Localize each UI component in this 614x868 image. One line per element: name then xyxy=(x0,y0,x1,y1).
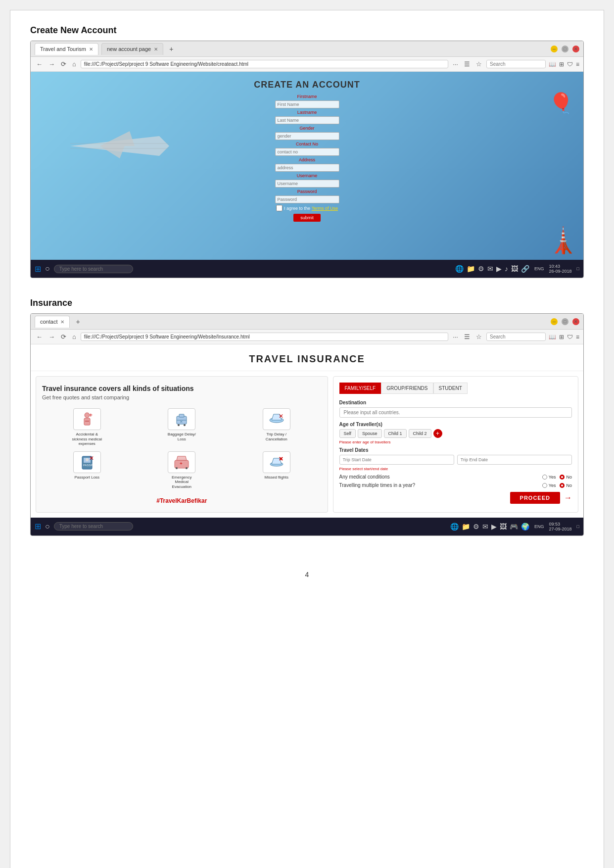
tab-group-friends[interactable]: GROUP/FRIENDS xyxy=(381,383,433,394)
baggage-icon-box: ✕ xyxy=(168,408,195,430)
taskbar-icon-edge[interactable]: 🌐 xyxy=(455,265,464,273)
browser-addressbar-2: ← → ⟳ ⌂ file:///C:/Project/Sep/project 9… xyxy=(31,330,583,344)
taskbar-icon-photo[interactable]: 🖼 xyxy=(511,265,518,273)
icon-shield[interactable]: 🛡 xyxy=(567,61,573,68)
taskbar-icon-media[interactable]: ▶ xyxy=(496,265,502,273)
address-input-2[interactable]: file:///C:/Project/Sep/project 9 Softwar… xyxy=(81,333,448,341)
tab-close-1[interactable]: ✕ xyxy=(89,47,93,52)
nav-reader-2[interactable]: ☰ xyxy=(463,333,472,340)
traveller-child2[interactable]: Child 2 xyxy=(409,429,431,438)
destination-input[interactable] xyxy=(339,407,572,418)
maximize-btn-1[interactable]: □ xyxy=(562,46,568,52)
icon-shield-2[interactable]: 🛡 xyxy=(567,334,573,340)
nav-forward-2[interactable]: → xyxy=(47,333,56,340)
nav-home-1[interactable]: ⌂ xyxy=(71,60,78,68)
traveller-self[interactable]: Self xyxy=(339,429,356,438)
svg-text:✕: ✕ xyxy=(279,413,283,420)
taskbar-icon-settings-2[interactable]: ⚙ xyxy=(473,523,479,530)
username-input[interactable] xyxy=(275,180,339,188)
traveller-add-btn[interactable]: + xyxy=(433,429,442,438)
taskbar-icon-media-2[interactable]: ▶ xyxy=(491,523,497,530)
tab-close-2[interactable]: ✕ xyxy=(154,47,158,52)
tab-new-account[interactable]: new account page ✕ xyxy=(101,43,163,55)
close-btn-2[interactable]: ✕ xyxy=(572,318,579,325)
insurance-left-title: Travel insurance covers all kinds of sit… xyxy=(42,385,322,392)
firstname-input[interactable] xyxy=(275,100,339,108)
nav-refresh-1[interactable]: ⟳ xyxy=(59,60,68,68)
taskbar-win-icon[interactable]: □ xyxy=(577,266,579,271)
taskbar-icon-edge-2[interactable]: 🌐 xyxy=(450,523,459,530)
minimize-btn-2[interactable]: ─ xyxy=(551,318,558,325)
terms-link[interactable]: Terms of Use xyxy=(312,206,338,211)
maximize-btn-2[interactable]: □ xyxy=(562,318,568,325)
icon-menu[interactable]: ≡ xyxy=(576,61,579,68)
nav-forward-1[interactable]: → xyxy=(47,60,56,68)
date-row xyxy=(339,455,572,465)
traveller-spouse[interactable]: Spouse xyxy=(358,429,382,438)
start-date-input[interactable] xyxy=(339,455,454,465)
search-input-1[interactable] xyxy=(486,60,546,68)
taskbar-lang-2: ENG xyxy=(534,524,544,529)
taskbar-search-2[interactable] xyxy=(54,522,133,530)
icon-reading-2[interactable]: 📖 xyxy=(549,334,556,340)
taskbar-icon-file[interactable]: 📁 xyxy=(467,265,475,273)
nav-refresh-2[interactable]: ⟳ xyxy=(59,333,68,340)
end-date-input[interactable] xyxy=(457,455,572,465)
multiple-no-option[interactable]: No xyxy=(560,483,572,488)
taskbar-icon-link[interactable]: 🔗 xyxy=(521,265,529,273)
hashtag: #TravelKarBefikar xyxy=(42,497,322,504)
gender-input[interactable] xyxy=(275,132,339,140)
address-input[interactable] xyxy=(275,164,339,172)
nav-back-1[interactable]: ← xyxy=(35,60,44,68)
multiple-no-circle xyxy=(560,483,565,488)
proceed-button[interactable]: PROCEED xyxy=(510,492,560,504)
nav-reader-1[interactable]: ☰ xyxy=(463,60,472,68)
nav-star-2[interactable]: ☆ xyxy=(474,333,483,340)
search-input-2[interactable] xyxy=(486,333,546,341)
icon-tab[interactable]: ⊞ xyxy=(559,61,564,68)
submit-button[interactable]: submit xyxy=(293,214,321,222)
contact-input[interactable] xyxy=(275,148,339,156)
traveller-child1[interactable]: Child 1 xyxy=(384,429,407,438)
close-btn-1[interactable]: ✕ xyxy=(572,46,579,52)
multiple-yes-option[interactable]: Yes xyxy=(542,483,556,488)
taskbar-start-icon[interactable]: ⊞ xyxy=(35,264,41,274)
address-input-1[interactable]: file:///C:/Project/Sep/project 9 Softwar… xyxy=(81,60,448,68)
taskbar-search-1[interactable] xyxy=(54,265,133,273)
icon-menu-2[interactable]: ≡ xyxy=(576,334,579,340)
taskbar-time-2: 09:53 xyxy=(549,522,572,527)
tab-add-2[interactable]: + xyxy=(73,318,83,326)
icon-tab-2[interactable]: ⊞ xyxy=(559,334,564,340)
taskbar-icon-mail-2[interactable]: ✉ xyxy=(482,523,488,530)
taskbar-win-icon-2[interactable]: □ xyxy=(577,524,579,529)
icon-reading[interactable]: 📖 xyxy=(549,61,556,68)
taskbar-icon-music[interactable]: ♪ xyxy=(505,265,508,273)
taskbar-icon-browser-2[interactable]: 🌍 xyxy=(521,523,529,530)
nav-more-2[interactable]: ··· xyxy=(451,333,460,340)
lastname-input[interactable] xyxy=(275,116,339,124)
taskbar-icon-mail[interactable]: ✉ xyxy=(487,265,493,273)
minimize-btn-1[interactable]: ─ xyxy=(551,46,558,52)
section1-label: Create New Account xyxy=(30,25,584,36)
nav-star-1[interactable]: ☆ xyxy=(474,60,483,68)
tab-add-1[interactable]: + xyxy=(166,45,176,53)
nav-home-2[interactable]: ⌂ xyxy=(71,333,78,340)
taskbar-icon-file-2[interactable]: 📁 xyxy=(462,523,470,530)
tab-contact[interactable]: contact ✕ xyxy=(35,316,70,328)
tab-student[interactable]: STUDENT xyxy=(433,383,468,394)
taskbar-datetime-1: 10:43 26-09-2018 xyxy=(549,264,572,274)
tab-close-contact[interactable]: ✕ xyxy=(60,319,64,325)
medical-no-option[interactable]: No xyxy=(560,475,572,480)
terms-checkbox[interactable] xyxy=(276,205,283,211)
nav-back-2[interactable]: ← xyxy=(35,333,44,340)
taskbar-icon-game-2[interactable]: 🎮 xyxy=(510,523,518,530)
password-input[interactable] xyxy=(275,195,339,203)
nav-more-1[interactable]: ··· xyxy=(451,60,460,68)
taskbar-icon-settings[interactable]: ⚙ xyxy=(478,265,484,273)
medical-yes-option[interactable]: Yes xyxy=(542,475,556,480)
tab-family-self[interactable]: FAMILY/SELF xyxy=(339,383,381,394)
taskbar-start-icon-2[interactable]: ⊞ xyxy=(35,522,41,531)
tab-travel-tourism[interactable]: Travel and Tourism ✕ xyxy=(35,43,98,55)
taskbar-right-2: 🌐 📁 ⚙ ✉ ▶ 🖼 🎮 🌍 ENG 09:53 27-09-2018 □ xyxy=(450,522,579,531)
taskbar-icon-photo-2[interactable]: 🖼 xyxy=(500,523,507,530)
